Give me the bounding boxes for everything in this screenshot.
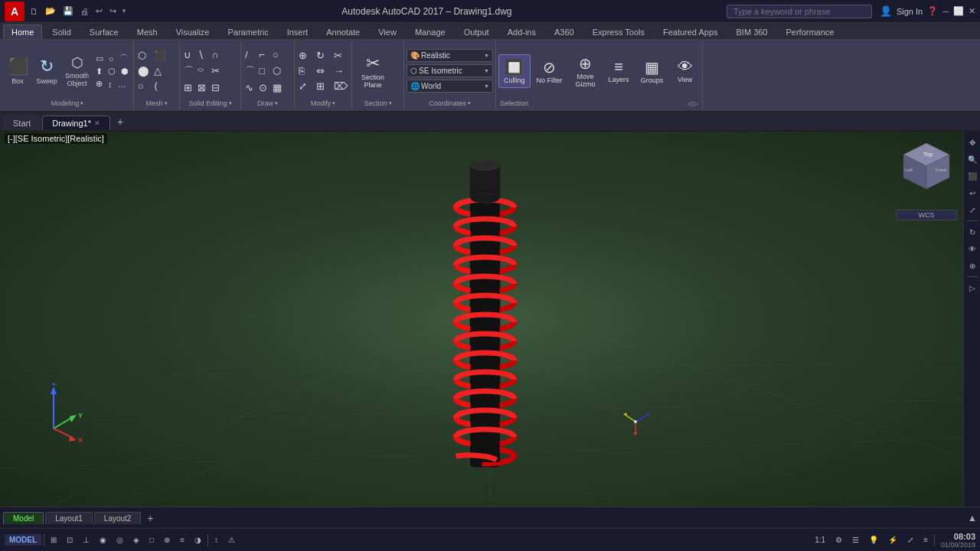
view-button[interactable]: 👁 View	[671, 55, 700, 86]
showmotion-btn[interactable]: ▷	[965, 280, 980, 295]
trim-btn[interactable]: ✂	[332, 48, 349, 63]
ellipse-btn[interactable]: ⊙	[257, 80, 270, 95]
tab-annotate[interactable]: Annotate	[318, 24, 368, 39]
dyn-btn[interactable]: ⊕	[160, 534, 174, 546]
chamfer-edge-btn[interactable]: ⌔	[196, 63, 209, 80]
ortho-btn[interactable]: ⊥	[79, 534, 93, 546]
redo-icon[interactable]: ↪	[107, 5, 119, 18]
model-indicator[interactable]: MODEL	[5, 534, 41, 546]
tab-manage[interactable]: Manage	[407, 24, 454, 39]
tab-bim360[interactable]: BIM 360	[728, 24, 776, 39]
restore-btn[interactable]: ⬜	[953, 6, 964, 16]
polyline-btn[interactable]: ⌐	[257, 47, 270, 62]
solid-edit3[interactable]: ⊟	[210, 80, 223, 95]
model-tab-add[interactable]: +	[142, 510, 158, 526]
rect-btn[interactable]: □	[257, 63, 270, 80]
subtract-btn[interactable]: ∖	[196, 47, 209, 62]
loft-btn[interactable]: ⌒	[117, 52, 130, 65]
workspace-sw[interactable]: ⚙	[831, 534, 846, 546]
ui-btn[interactable]: ☰	[848, 534, 863, 546]
extra-btn[interactable]: …	[116, 78, 129, 90]
orbit-btn[interactable]: ↻	[965, 224, 980, 240]
customize-btn[interactable]: ≡	[920, 534, 932, 546]
fillet-edge-btn[interactable]: ⌒	[182, 63, 195, 80]
move-btn[interactable]: ⊕	[297, 48, 314, 63]
zoom-window-btn[interactable]: ⬛	[965, 168, 980, 184]
zoom-extents-btn[interactable]: ⤢	[965, 202, 980, 217]
tab-solid[interactable]: Solid	[44, 24, 79, 39]
fullscreen-btn[interactable]: ⤢	[903, 534, 917, 546]
search-input[interactable]	[727, 5, 872, 18]
solid-edit2[interactable]: ⊠	[196, 80, 209, 95]
model-tab-model[interactable]: Model	[3, 512, 44, 524]
dropdown-icon[interactable]: ▼	[121, 8, 127, 15]
close-btn[interactable]: ✕	[969, 6, 975, 16]
tab-parametric[interactable]: Parametric	[219, 24, 276, 39]
solid-editing-expand[interactable]: ▾	[229, 100, 232, 106]
solid-edit1[interactable]: ⊞	[182, 80, 195, 95]
array-btn[interactable]: ⊞	[315, 79, 332, 93]
mesh-wedge-btn[interactable]: ⟨	[152, 79, 168, 93]
osnap-btn[interactable]: ◎	[113, 534, 127, 546]
convert-btn[interactable]: ↕	[106, 78, 115, 90]
groups-button[interactable]: ▦ Groups	[635, 55, 669, 87]
tab-home[interactable]: Home	[3, 24, 42, 39]
no-filter-button[interactable]: ⊘ No Filter	[532, 55, 567, 87]
erase-btn[interactable]: ⌦	[332, 79, 349, 93]
zoom-realtime-btn[interactable]: 🔍	[965, 152, 980, 167]
mirror-btn[interactable]: ⇔	[315, 64, 332, 78]
interfere-btn[interactable]: ⊕	[93, 78, 105, 90]
anno-monitor-btn[interactable]: ⚠	[224, 534, 239, 546]
modify-expand[interactable]: ▾	[332, 100, 335, 106]
open-icon[interactable]: 📂	[43, 5, 58, 18]
doc-tab-start[interactable]: Start	[3, 116, 41, 130]
tab-insert[interactable]: Insert	[279, 24, 317, 39]
culling-button[interactable]: 🔲 Culling	[498, 54, 531, 88]
draw-expand[interactable]: ▾	[275, 100, 278, 106]
minimize-btn[interactable]: ─	[942, 7, 949, 16]
visual-style-dropdown[interactable]: 🎨 Realistic ▼	[407, 49, 493, 62]
isolate-btn[interactable]: 💡	[865, 534, 882, 546]
anno-scale[interactable]: 1:1	[811, 534, 829, 546]
modeling-expand[interactable]: ▾	[80, 100, 83, 106]
navigation-cube[interactable]: Top Left Front WCS	[896, 139, 957, 208]
polar-btn[interactable]: ◉	[96, 534, 110, 546]
zoom-previous-btn[interactable]: ↩	[965, 185, 980, 201]
select-cycling-btn[interactable]: ↕	[211, 534, 222, 546]
coordinates-expand[interactable]: ▾	[468, 100, 471, 106]
intersect-btn[interactable]: ∩	[210, 47, 223, 62]
snap-btn[interactable]: ⊡	[63, 534, 77, 546]
layers-button[interactable]: ≡ Layers	[604, 55, 634, 86]
save-icon[interactable]: 💾	[60, 5, 76, 18]
shell-btn[interactable]: ⬡	[106, 66, 118, 77]
pan-realtime-btn[interactable]: ✥	[965, 135, 980, 150]
slice-btn[interactable]: ✂	[210, 63, 223, 80]
tab-express-tools[interactable]: Express Tools	[584, 24, 653, 39]
mesh-smooth-btn[interactable]: ⬡	[136, 48, 152, 63]
polygon-btn[interactable]: ⬡	[271, 63, 284, 80]
mesh-cone-btn[interactable]: △	[152, 64, 168, 78]
cmdline-scroll-btn[interactable]: ▲	[968, 513, 977, 523]
tab-output[interactable]: Output	[456, 24, 498, 39]
sweep-button[interactable]: ↻ Sweep	[33, 55, 60, 86]
thicken-btn[interactable]: ⬢	[119, 66, 131, 77]
mesh-cylinder-btn[interactable]: ⬤	[136, 64, 152, 78]
mesh-sphere-btn[interactable]: ○	[136, 79, 152, 93]
mesh-box-btn[interactable]: ⬛	[152, 48, 168, 63]
doc-tab-new[interactable]: +	[112, 113, 129, 130]
selection-arrow1[interactable]: ◁	[688, 100, 692, 107]
plot-icon[interactable]: 🖨	[78, 5, 91, 18]
help-icon[interactable]: ❓	[927, 6, 938, 16]
line-btn[interactable]: /	[243, 47, 256, 62]
spline-btn[interactable]: ∿	[243, 80, 256, 95]
hatch-btn[interactable]: ▦	[271, 80, 284, 95]
se-isometric-dropdown[interactable]: ⬡ SE Isometric ▼	[407, 64, 493, 77]
world-dropdown[interactable]: 🌐 World ▼	[407, 80, 493, 93]
new-icon[interactable]: 🗋	[28, 5, 41, 18]
arc-btn[interactable]: ⌒	[243, 63, 256, 80]
model-tab-layout1[interactable]: Layout1	[45, 512, 93, 524]
tab-featured-apps[interactable]: Featured Apps	[655, 24, 727, 39]
undo-icon[interactable]: ↩	[93, 5, 105, 18]
signin-label[interactable]: Sign In	[897, 7, 923, 16]
box-button[interactable]: ⬛ Box	[4, 55, 31, 86]
